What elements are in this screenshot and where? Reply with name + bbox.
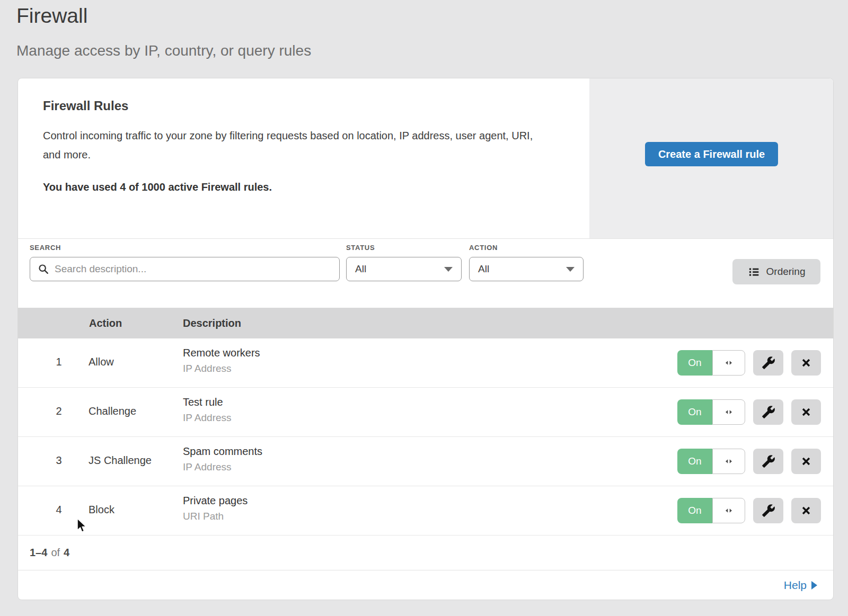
search-label: SEARCH: [30, 244, 61, 252]
create-firewall-rule-button[interactable]: Create a Firewall rule: [645, 142, 778, 166]
search-icon: [38, 263, 49, 275]
edit-rule-button[interactable]: [753, 350, 783, 376]
rule-enabled-toggle[interactable]: On: [677, 350, 745, 376]
search-field[interactable]: [30, 257, 340, 281]
rule-match-field: IP Address: [183, 412, 232, 424]
table-row: 4 Block Private pages URI Path On: [18, 486, 833, 535]
toggle-on-state: On: [677, 498, 712, 523]
search-input[interactable]: [55, 263, 332, 275]
left-right-arrows-icon: [723, 505, 734, 516]
rule-action: JS Challenge: [89, 454, 152, 467]
ordering-list-icon: [748, 266, 760, 278]
delete-rule-button[interactable]: [791, 399, 821, 425]
section-description: Control incoming traffic to your zone by…: [43, 126, 544, 164]
delete-rule-button[interactable]: [791, 350, 821, 376]
usage-summary: You have used 4 of 1000 active Firewall …: [43, 181, 552, 193]
rule-enabled-toggle[interactable]: On: [677, 498, 745, 523]
rule-priority: 3: [50, 454, 68, 467]
column-header-description: Description: [183, 317, 241, 329]
ordering-button-label: Ordering: [766, 266, 806, 278]
rule-description: Test rule: [183, 396, 232, 408]
toggle-on-state: On: [677, 399, 712, 425]
status-select[interactable]: All: [346, 257, 462, 281]
rule-action: Block: [89, 504, 114, 516]
table-row: 2 Challenge Test rule IP Address On: [18, 388, 833, 437]
delete-rule-button[interactable]: [791, 449, 821, 474]
close-icon: [800, 406, 812, 418]
help-arrow-icon: [811, 581, 817, 590]
rule-action: Allow: [89, 356, 114, 368]
help-link-label: Help: [784, 579, 807, 592]
wrench-icon: [762, 356, 775, 370]
rule-priority: 2: [50, 405, 68, 417]
left-right-arrows-icon: [723, 456, 734, 467]
pagination-total: 4: [64, 547, 69, 559]
wrench-icon: [762, 454, 775, 468]
help-link[interactable]: Help: [784, 579, 817, 592]
action-select[interactable]: All: [469, 257, 584, 281]
overview-section: Firewall Rules Control incoming traffic …: [18, 78, 833, 239]
chevron-down-icon: [444, 267, 453, 272]
rule-enabled-toggle[interactable]: On: [677, 449, 745, 474]
rule-match-field: IP Address: [183, 363, 260, 374]
action-filter-label: ACTION: [469, 244, 498, 252]
page-title: Firewall: [16, 4, 87, 28]
overview-text: Firewall Rules Control incoming traffic …: [43, 99, 552, 193]
left-right-arrows-icon: [723, 358, 734, 368]
action-selected-value: All: [478, 263, 489, 275]
card-footer: Help: [18, 570, 833, 600]
rule-match-field: URI Path: [183, 511, 248, 522]
edit-rule-button[interactable]: [753, 449, 783, 474]
edit-rule-button[interactable]: [753, 498, 783, 523]
left-right-arrows-icon: [723, 407, 734, 417]
toggle-on-state: On: [677, 350, 712, 376]
close-icon: [800, 505, 812, 516]
section-heading: Firewall Rules: [43, 99, 552, 113]
pagination-separator: of: [47, 547, 64, 559]
rule-action: Challenge: [89, 405, 136, 417]
ordering-button[interactable]: Ordering: [732, 259, 820, 284]
delete-rule-button[interactable]: [791, 498, 821, 523]
toggle-handle: [712, 399, 745, 425]
status-selected-value: All: [355, 263, 366, 275]
table-header: Action Description: [18, 308, 833, 338]
toggle-handle: [712, 350, 745, 376]
edit-rule-button[interactable]: [753, 399, 783, 425]
toggle-handle: [712, 498, 745, 523]
pagination-range: 1–4: [30, 547, 47, 559]
rule-description: Spam comments: [183, 445, 262, 458]
status-label: STATUS: [346, 244, 375, 252]
toggle-handle: [712, 449, 745, 474]
close-icon: [800, 456, 812, 467]
rule-description: Private pages: [183, 495, 248, 507]
firewall-rules-card: Firewall Rules Control incoming traffic …: [17, 78, 834, 600]
rules-list: 1 Allow Remote workers IP Address On: [18, 338, 833, 535]
table-row: 1 Allow Remote workers IP Address On: [18, 338, 833, 388]
pagination: 1–4 of 4: [18, 535, 833, 570]
rule-match-field: IP Address: [183, 461, 262, 473]
chevron-down-icon: [566, 267, 575, 272]
column-header-action: Action: [89, 317, 122, 329]
rule-priority: 1: [50, 356, 68, 368]
rule-enabled-toggle[interactable]: On: [677, 399, 745, 425]
rule-priority: 4: [50, 504, 68, 516]
close-icon: [800, 357, 812, 369]
rule-description: Remote workers: [183, 347, 260, 359]
wrench-icon: [762, 405, 775, 419]
table-row: 3 JS Challenge Spam comments IP Address …: [18, 437, 833, 486]
toggle-on-state: On: [677, 449, 712, 474]
page-subtitle: Manage access by IP, country, or query r…: [16, 42, 311, 59]
wrench-icon: [762, 504, 775, 517]
